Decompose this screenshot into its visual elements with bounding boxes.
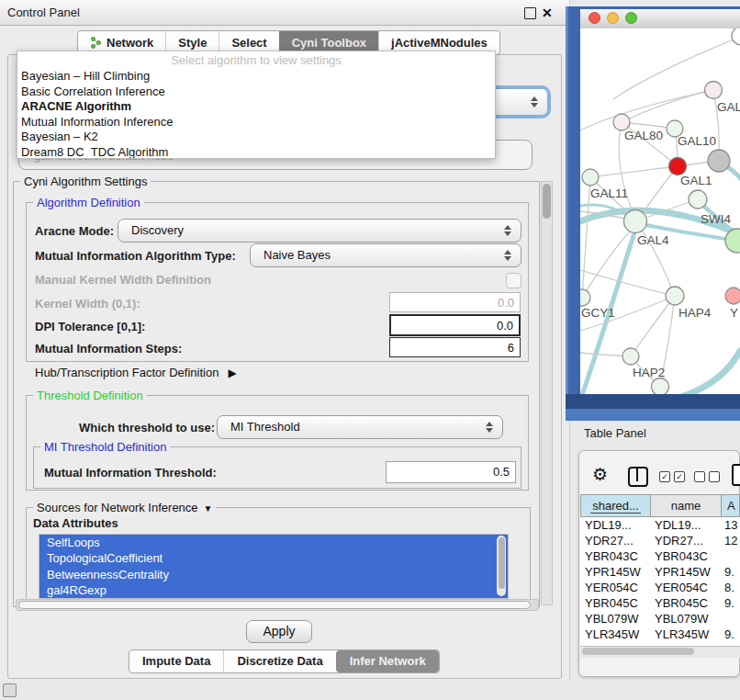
control-panel-title: Control Panel — [7, 0, 80, 25]
aracne-mode-combobox[interactable]: Discovery — [118, 219, 521, 243]
attribute-list-item[interactable]: SelfLoops — [39, 535, 508, 550]
node-salmon[interactable] — [725, 288, 740, 304]
node-hap2[interactable] — [622, 348, 639, 365]
node-gray[interactable] — [708, 150, 730, 172]
dpi-tolerance-field[interactable]: 0.0 — [389, 314, 521, 336]
table-cell — [722, 611, 740, 627]
bottom-tab-impute-data[interactable]: Impute Data — [129, 650, 223, 672]
expand-arrow-icon[interactable]: ▶ — [228, 367, 236, 379]
column-header-shared-name[interactable]: shared... — [580, 494, 651, 517]
table-cell: YDR27... — [651, 533, 722, 548]
network-tab-icon — [90, 37, 102, 49]
control-panel-titlebar: Control Panel ✕ — [0, 0, 569, 26]
node-gal11[interactable] — [582, 169, 599, 186]
aracne-mode-label: Aracne Mode: — [35, 224, 114, 238]
panel-grid-icon[interactable] — [3, 683, 17, 697]
mi-steps-label: Mutual Information Steps: — [35, 342, 182, 356]
mi-algorithm-type-label: Mutual Information Algorithm Type: — [35, 249, 236, 263]
bottom-tab-infer-network[interactable]: Infer Network — [336, 650, 439, 672]
kernel-width-field[interactable]: 0.0 — [389, 292, 521, 312]
settings-vertical-scrollbar-thumb[interactable] — [543, 184, 551, 219]
network-canvas[interactable]: GALGAL80GAL10GAL1GAL11SWI4GAL4GCY1HAP4YH… — [580, 28, 740, 394]
network-window-titlebar[interactable] — [580, 9, 740, 29]
network-edge — [681, 351, 740, 394]
sources-title-text: Sources for Network Inference — [37, 501, 198, 514]
columns-icon[interactable] — [628, 467, 648, 487]
node-top-partial[interactable] — [732, 28, 740, 45]
table-cell: 9. — [722, 564, 740, 580]
node-red[interactable] — [669, 158, 687, 175]
table-row[interactable]: YBL079WYBL079W — [580, 611, 740, 627]
node-label-GAL4: GAL4 — [637, 233, 669, 247]
dropdown-item[interactable]: Mutual Information Inference — [17, 115, 495, 130]
node-gal4[interactable] — [624, 210, 647, 233]
column-header-name[interactable]: name — [651, 494, 722, 517]
mi-algorithm-type-combobox[interactable]: Naive Bayes — [250, 243, 521, 267]
column-header-partial[interactable]: A — [722, 494, 740, 517]
table-cell: YDL19... — [651, 517, 722, 533]
node-gcy1[interactable] — [580, 289, 590, 306]
dpi-tolerance-label: DPI Tolerance [0,1]: — [35, 320, 145, 333]
table-row[interactable]: YDL19...YDL19...13 — [580, 517, 740, 533]
table-cell: YBR043C — [580, 548, 651, 564]
mi-threshold-field[interactable]: 0.5 — [386, 461, 516, 483]
node-gal2[interactable] — [705, 82, 723, 99]
node-swi4[interactable] — [689, 190, 707, 209]
table-cell: YLR345W — [580, 627, 651, 642]
combo-arrows-icon — [531, 96, 538, 107]
dropdown-placeholder: Select algorithm to view settings — [17, 52, 495, 68]
attribute-list-item[interactable]: gal4RGexp — [39, 582, 508, 598]
dropdown-item[interactable]: Basic Correlation Inference — [17, 85, 495, 100]
mac-minimize-button[interactable] — [607, 12, 619, 24]
collapse-arrow-icon[interactable]: ▼ — [204, 503, 213, 514]
threshold-definition-title: Threshold Definition — [33, 389, 147, 402]
dropdown-item-list: Bayesian – Hill ClimbingBasic Correlatio… — [17, 69, 495, 159]
node-hap4[interactable] — [666, 287, 684, 305]
settings-horizontal-scrollbar-thumb[interactable] — [18, 601, 531, 609]
deselect-all-checkboxes-icon[interactable] — [694, 471, 720, 482]
table-cell: 9. — [722, 595, 740, 611]
network-edge — [582, 223, 637, 298]
mac-close-button[interactable] — [589, 12, 600, 24]
mi-steps-field[interactable]: 6 — [389, 337, 521, 357]
float-panel-icon[interactable] — [524, 7, 536, 19]
attributes-scrollbar-thumb[interactable] — [499, 537, 505, 589]
data-attributes-list: SelfLoopsTopologicalCoefficientBetweenne… — [39, 534, 509, 599]
table-body: YDL19...YDL19...13YDR27...YDR27...12YBR0… — [580, 517, 740, 646]
table-horizontal-scrollbar-thumb[interactable] — [582, 648, 694, 655]
mac-zoom-button[interactable] — [625, 12, 637, 24]
export-table-icon[interactable] — [732, 464, 740, 486]
apply-button[interactable]: Apply — [246, 620, 312, 643]
node-bottom-partial[interactable] — [652, 378, 669, 395]
attribute-list-item[interactable]: TopologicalCoefficient — [39, 550, 508, 566]
aracne-mode-value: Discovery — [131, 220, 184, 242]
manual-kernel-width-checkbox[interactable] — [506, 273, 521, 288]
table-cell: 9. — [722, 627, 740, 642]
sources-group-title[interactable]: Sources for Network Inference▼ — [33, 501, 216, 514]
mi-threshold-definition-title: MI Threshold Definition — [40, 440, 170, 454]
table-row[interactable]: YDR27...YDR27...12 — [580, 533, 740, 548]
hub-definition-expander[interactable]: Hub/Transcription Factor Definition▶ — [35, 366, 237, 379]
dropdown-item[interactable]: Bayesian – Hill Climbing — [17, 69, 495, 85]
mi-threshold-label: Mutual Information Threshold: — [44, 466, 217, 480]
table-cell: YLR345W — [651, 627, 722, 642]
table-cell: 12 — [722, 533, 740, 548]
bottom-tab-discretize-data[interactable]: Discretize Data — [223, 650, 335, 672]
attribute-list-item[interactable]: BetweennessCentrality — [39, 567, 508, 582]
which-threshold-combobox[interactable]: MI Threshold — [217, 415, 503, 439]
table-row[interactable]: YLR345WYLR345W9. — [580, 627, 740, 642]
table-row[interactable]: YBR043CYBR043C — [580, 548, 740, 564]
algorithm-definition-title: Algorithm Definition — [33, 196, 144, 209]
dropdown-item[interactable]: ARACNE Algorithm — [17, 99, 495, 115]
gear-icon[interactable]: ⚙ — [592, 464, 608, 486]
mi-algorithm-type-value: Naive Bayes — [263, 244, 331, 266]
table-row[interactable]: YER054CYER054C8. — [580, 580, 740, 595]
table-row[interactable]: YPR145WYPR145W9. — [580, 564, 740, 580]
close-icon[interactable]: ✕ — [542, 4, 553, 22]
dropdown-item[interactable]: Bayesian – K2 — [17, 130, 495, 145]
dropdown-item[interactable]: Dream8 DC_TDC Algorithm — [17, 145, 495, 160]
select-all-checkboxes-icon[interactable]: ✓✓ — [659, 471, 685, 482]
settings-vertical-scrollbar[interactable] — [541, 181, 553, 605]
bottom-tabbar: Impute DataDiscretize DataInfer Network — [129, 649, 440, 673]
table-row[interactable]: YBR045CYBR045C9. — [580, 595, 740, 611]
